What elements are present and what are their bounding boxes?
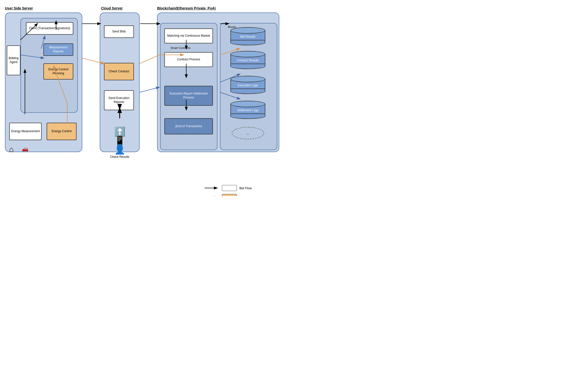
send-bids-box: Send Bids [104, 26, 134, 38]
diagram: User Side Server Cloud Server Blockchain… [5, 5, 284, 180]
svg-line-12 [140, 55, 160, 64]
user-inner-zone: Client (Transaction/Signatures) Measurem… [20, 18, 78, 113]
end-of-transaction-box: (End of Transaction) [164, 118, 213, 134]
legend-bid-flow-box [222, 185, 237, 191]
contract-results-cylinder: Contract Results [230, 53, 265, 67]
check-results-area: ⬆️📱👤 Check Results [104, 127, 136, 158]
legend-energy-control-label: Energy Control Flow [240, 195, 269, 196]
execution-report-settlement-box: Execution Report Settlement Process [164, 86, 213, 106]
authority-node-zone: Matching via Continuous Market Smart Con… [160, 23, 218, 150]
energy-control-planning-box: Energy Control Planning [44, 63, 73, 80]
legend-energy-control-box [222, 194, 237, 196]
ellipsis-cylinder: ... [232, 127, 264, 140]
blockchain-zone: Matching via Continuous Market Smart Con… [157, 12, 279, 152]
execution-logs-cylinder: Execution Logs [230, 78, 265, 92]
legend-bid-flow-label: Bid Flow [240, 186, 252, 190]
matching-box: Matching via Continuous Market [164, 28, 213, 44]
check-contract-box: Check Contract [104, 63, 134, 80]
user-server-label: User Side Server [5, 6, 33, 10]
contract-process-box: Contract Process [164, 52, 213, 67]
energy-control-arrow [204, 194, 220, 196]
bid-flow-arrow [204, 186, 220, 190]
send-execution-reports-box: Send Execution Reports [104, 90, 134, 110]
energy-control-box: Energy Control [47, 123, 76, 140]
measurement-reports-box: Measurement Reports [44, 44, 73, 56]
blocks-label: Blocks [228, 26, 236, 28]
smart-contracts-label: Smart Contracts [170, 46, 190, 49]
solar-panel-icon: ⌂ [9, 145, 14, 154]
check-results-icon: ⬆️📱👤 [104, 127, 136, 154]
blockchain-label: Blockchain(Ethereum Private, PoA) [157, 6, 216, 10]
legend-energy-control-flow: Energy Control Flow [204, 194, 284, 196]
bidding-agent-box: Bidding Agent [7, 46, 20, 75]
car-icon: 🚗 [22, 146, 28, 152]
svg-line-15 [140, 87, 159, 92]
user-zone: Client (Transaction/Signatures) Measurem… [5, 12, 82, 152]
legend-bid-flow: Bid Flow [204, 185, 284, 191]
bid-results-cylinder: Bid Results [230, 30, 265, 44]
settlement-logs-cylinder: Settlement Logs [230, 103, 265, 117]
legend: Bid Flow Energy Control Flow [204, 185, 284, 196]
energy-measurement-box: Energy Measurement [9, 123, 42, 140]
fullnode-zone: Blocks Bid Results Contract Results Exec… [220, 23, 277, 150]
client-box: Client (Transaction/Signatures) [26, 22, 73, 35]
cloud-server-label: Cloud Server [101, 6, 123, 10]
check-results-label: Check Results [104, 155, 136, 158]
